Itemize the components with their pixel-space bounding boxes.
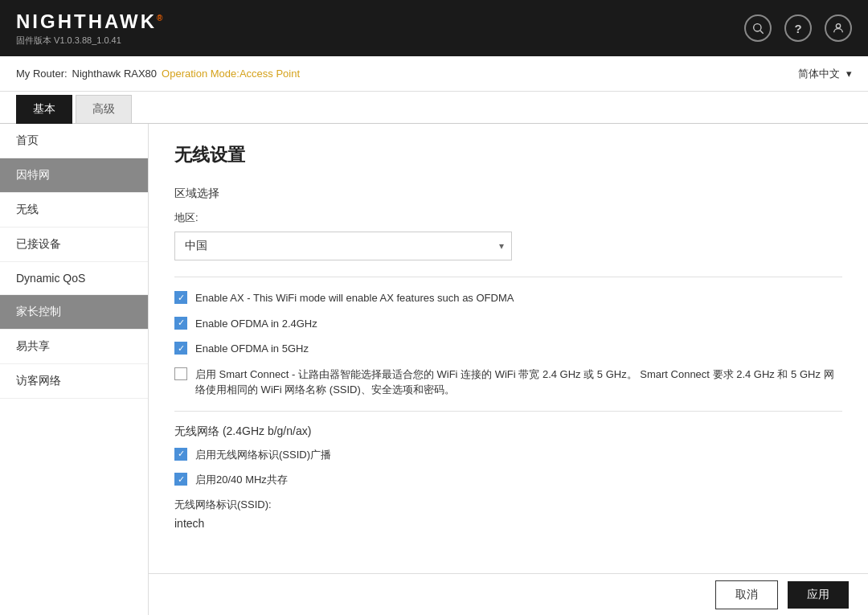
checkbox-coexistence-24-label: 启用20/40 MHz共存 <box>195 472 842 488</box>
checkbox-enable-ofdma-5-label: Enable OFDMA in 5GHz <box>195 341 842 357</box>
sidebar-item-easy-share[interactable]: 易共享 <box>0 330 148 364</box>
main-layout: 首页 因特网 无线 已接设备 Dynamic QoS 家长控制 易共享 访客网络… <box>0 124 868 615</box>
help-icon[interactable]: ? <box>784 14 812 42</box>
svg-point-0 <box>754 24 761 31</box>
checkbox-smart-connect[interactable]: 启用 Smart Connect - 让路由器智能选择最适合您的 WiFi 连接… <box>174 367 842 398</box>
region-label: 地区: <box>174 211 842 225</box>
divider-1 <box>174 277 842 277</box>
sub-header: My Router: Nighthawk RAX80 Operation Mod… <box>0 56 868 92</box>
tabs-bar: 基本 高级 <box>0 92 868 124</box>
logo: NIGHTHAWK® <box>16 10 165 33</box>
svg-line-1 <box>760 31 764 34</box>
header-icons: ? <box>744 14 852 42</box>
checkbox-enable-ax-input[interactable] <box>174 291 187 304</box>
checkbox-enable-ofdma-5[interactable]: Enable OFDMA in 5GHz <box>174 341 842 357</box>
user-icon[interactable] <box>825 14 852 42</box>
operation-mode: Operation Mode:Access Point <box>162 68 300 80</box>
page-title: 无线设置 <box>174 143 842 167</box>
checkbox-enable-ofdma-5-input[interactable] <box>174 342 187 355</box>
region-section-title: 区域选择 <box>174 187 842 201</box>
language-selector[interactable]: 简体中文 ▾ <box>798 67 852 81</box>
sidebar: 首页 因特网 无线 已接设备 Dynamic QoS 家长控制 易共享 访客网络 <box>0 124 149 615</box>
cancel-button[interactable]: 取消 <box>715 580 778 609</box>
sidebar-item-dynamic-qos[interactable]: Dynamic QoS <box>0 262 148 295</box>
sidebar-item-internet[interactable]: 因特网 <box>0 158 148 193</box>
svg-point-2 <box>836 24 840 28</box>
my-router-label: My Router: <box>16 68 68 80</box>
content-area: 无线设置 区域选择 地区: 中国 ▾ Enable AX - This WiFi… <box>149 124 868 615</box>
checkbox-enable-ofdma-24[interactable]: Enable OFDMA in 2.4GHz <box>174 316 842 332</box>
sidebar-item-connected-devices[interactable]: 已接设备 <box>0 228 148 262</box>
region-dropdown[interactable]: 中国 <box>174 232 512 260</box>
checkbox-smart-connect-input[interactable] <box>174 367 187 380</box>
firmware-version: 固件版本 V1.0.3.88_1.0.41 <box>16 35 165 47</box>
divider-2 <box>174 411 842 412</box>
logo-text: NIGHTHAWK <box>16 10 157 32</box>
sidebar-item-parental-controls[interactable]: 家长控制 <box>0 295 148 330</box>
apply-button[interactable]: 应用 <box>788 581 849 609</box>
language-label: 简体中文 <box>798 67 840 81</box>
checkbox-enable-ofdma-24-input[interactable] <box>174 317 187 330</box>
checkbox-ssid-broadcast-24-label: 启用无线网络标识(SSID)广播 <box>195 447 842 463</box>
ssid-value: intech <box>174 517 842 530</box>
checkbox-ssid-broadcast-24[interactable]: 启用无线网络标识(SSID)广播 <box>174 447 842 463</box>
router-name: Nighthawk RAX80 <box>72 68 158 80</box>
header: NIGHTHAWK® 固件版本 V1.0.3.88_1.0.41 ? <box>0 0 868 56</box>
checkbox-enable-ax-label: Enable AX - This WiFi mode will enable A… <box>195 290 842 306</box>
search-icon[interactable] <box>744 14 772 42</box>
checkbox-enable-ofdma-24-label: Enable OFDMA in 2.4GHz <box>195 316 842 332</box>
sidebar-item-home[interactable]: 首页 <box>0 124 148 158</box>
checkbox-coexistence-24[interactable]: 启用20/40 MHz共存 <box>174 472 842 488</box>
checkbox-smart-connect-label: 启用 Smart Connect - 让路由器智能选择最适合您的 WiFi 连接… <box>195 367 842 398</box>
checkbox-ssid-broadcast-24-input[interactable] <box>174 448 187 461</box>
checkbox-coexistence-24-input[interactable] <box>174 473 187 486</box>
tab-advanced[interactable]: 高级 <box>76 95 132 124</box>
logo-container: NIGHTHAWK® 固件版本 V1.0.3.88_1.0.41 <box>16 10 165 47</box>
ssid-label: 无线网络标识(SSID): <box>174 498 842 512</box>
wireless-24-title: 无线网络 (2.4GHz b/g/n/ax) <box>174 424 842 439</box>
bottom-bar: 取消 应用 <box>149 573 868 615</box>
chevron-down-icon: ▾ <box>846 68 852 80</box>
content-scroll[interactable]: 无线设置 区域选择 地区: 中国 ▾ Enable AX - This WiFi… <box>149 124 868 573</box>
region-dropdown-container: 中国 ▾ <box>174 232 512 260</box>
tab-basic[interactable]: 基本 <box>16 95 72 124</box>
checkbox-enable-ax[interactable]: Enable AX - This WiFi mode will enable A… <box>174 290 842 306</box>
sidebar-item-wireless[interactable]: 无线 <box>0 193 148 228</box>
sidebar-item-guest-network[interactable]: 访客网络 <box>0 364 148 399</box>
router-info: My Router: Nighthawk RAX80 Operation Mod… <box>16 68 300 80</box>
